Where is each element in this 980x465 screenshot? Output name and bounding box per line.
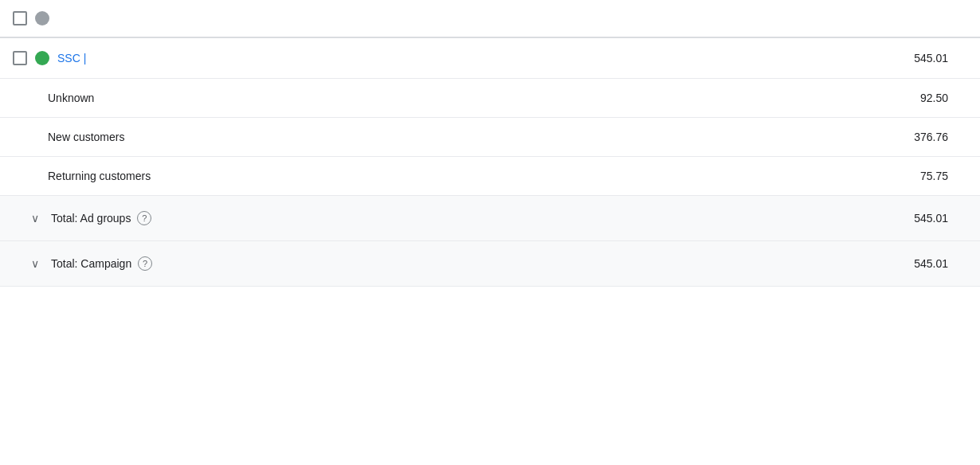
adgroup-name: New customers [48,131,124,143]
status-cell [506,118,693,157]
status-cell [506,241,693,287]
ad-group-table: SSC |545.01Unknown92.50New customers376.… [0,0,980,287]
status-cell [506,37,693,79]
adgroup-link[interactable]: SSC | [57,52,86,64]
help-icon[interactable]: ? [138,256,152,271]
conversions-cell: 75.75 [693,157,980,196]
adgroup-cell: SSC | [0,37,506,79]
adgroup-cell: ∨Total: Campaign? [0,241,506,287]
row-checkbox[interactable] [13,51,27,65]
conversions-cell: 92.50 [693,79,980,118]
chevron-down-icon[interactable]: ∨ [25,209,45,228]
conversions-cell: 545.01 [693,196,980,241]
table-row: Returning customers75.75 [0,157,980,196]
status-column-header [506,0,693,37]
status-cell [506,157,693,196]
adgroup-cell: ∨Total: Ad groups? [0,196,506,241]
table-row: Unknown92.50 [0,79,980,118]
status-cell [506,196,693,241]
adgroup-name: Returning customers [48,170,151,182]
select-all-checkbox[interactable] [13,11,27,25]
conversions-cell: 545.01 [693,37,980,79]
conversions-column-header [693,0,980,37]
status-cell [506,79,693,118]
table-row: ∨Total: Ad groups?545.01 [0,196,980,241]
adgroup-cell: Returning customers [0,157,506,196]
adgroup-name: Unknown [48,92,94,104]
total-label: Total: Campaign [51,257,131,270]
conversions-cell: 545.01 [693,241,980,287]
table-header-row [0,0,980,37]
conversions-cell: 376.76 [693,118,980,157]
adgroup-cell: Unknown [0,79,506,118]
adgroup-column-header [0,0,506,37]
header-status-dot [35,11,49,25]
total-label: Total: Ad groups [51,212,131,225]
help-icon[interactable]: ? [137,211,151,225]
adgroup-cell: New customers [0,118,506,157]
status-dot [35,51,49,65]
chevron-down-icon[interactable]: ∨ [25,254,45,273]
table-row: New customers376.76 [0,118,980,157]
table-row: ∨Total: Campaign?545.01 [0,241,980,287]
table-row: SSC |545.01 [0,37,980,79]
